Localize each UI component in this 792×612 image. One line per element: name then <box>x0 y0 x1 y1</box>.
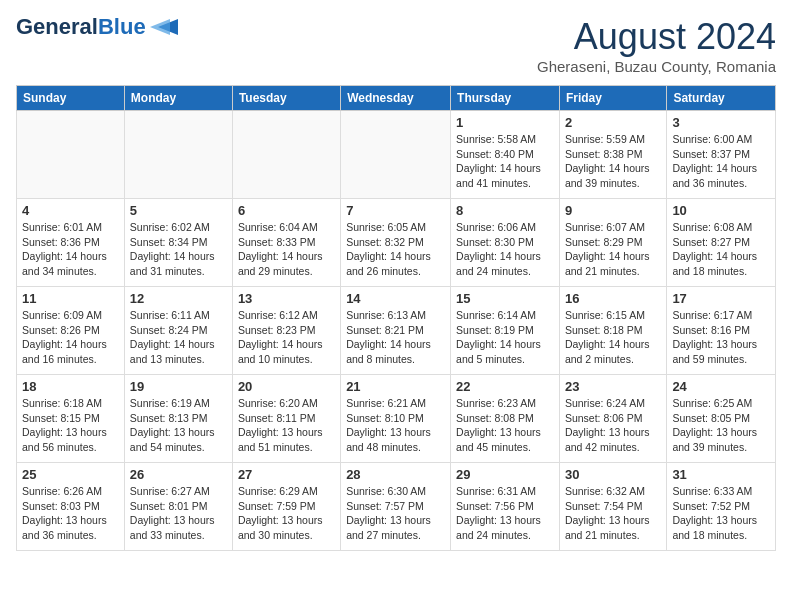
day-number: 5 <box>130 203 227 218</box>
calendar-cell: 22Sunrise: 6:23 AM Sunset: 8:08 PM Dayli… <box>451 375 560 463</box>
day-number: 16 <box>565 291 661 306</box>
day-info: Sunrise: 6:23 AM Sunset: 8:08 PM Dayligh… <box>456 396 554 455</box>
calendar-cell: 28Sunrise: 6:30 AM Sunset: 7:57 PM Dayli… <box>341 463 451 551</box>
calendar-cell: 24Sunrise: 6:25 AM Sunset: 8:05 PM Dayli… <box>667 375 776 463</box>
calendar-cell: 21Sunrise: 6:21 AM Sunset: 8:10 PM Dayli… <box>341 375 451 463</box>
day-number: 27 <box>238 467 335 482</box>
day-info: Sunrise: 6:32 AM Sunset: 7:54 PM Dayligh… <box>565 484 661 543</box>
day-info: Sunrise: 5:58 AM Sunset: 8:40 PM Dayligh… <box>456 132 554 191</box>
calendar-table: Sunday Monday Tuesday Wednesday Thursday… <box>16 85 776 551</box>
day-number: 20 <box>238 379 335 394</box>
day-number: 18 <box>22 379 119 394</box>
calendar-cell: 4Sunrise: 6:01 AM Sunset: 8:36 PM Daylig… <box>17 199 125 287</box>
week-row-1: 1Sunrise: 5:58 AM Sunset: 8:40 PM Daylig… <box>17 111 776 199</box>
day-info: Sunrise: 6:08 AM Sunset: 8:27 PM Dayligh… <box>672 220 770 279</box>
day-number: 12 <box>130 291 227 306</box>
calendar-cell: 3Sunrise: 6:00 AM Sunset: 8:37 PM Daylig… <box>667 111 776 199</box>
logo-text: GeneralBlue <box>16 16 146 38</box>
day-info: Sunrise: 6:17 AM Sunset: 8:16 PM Dayligh… <box>672 308 770 367</box>
day-number: 26 <box>130 467 227 482</box>
day-number: 28 <box>346 467 445 482</box>
day-info: Sunrise: 6:30 AM Sunset: 7:57 PM Dayligh… <box>346 484 445 543</box>
day-number: 8 <box>456 203 554 218</box>
day-number: 7 <box>346 203 445 218</box>
day-number: 2 <box>565 115 661 130</box>
day-info: Sunrise: 6:21 AM Sunset: 8:10 PM Dayligh… <box>346 396 445 455</box>
day-info: Sunrise: 6:02 AM Sunset: 8:34 PM Dayligh… <box>130 220 227 279</box>
calendar-cell: 5Sunrise: 6:02 AM Sunset: 8:34 PM Daylig… <box>124 199 232 287</box>
calendar-cell <box>341 111 451 199</box>
calendar-cell: 31Sunrise: 6:33 AM Sunset: 7:52 PM Dayli… <box>667 463 776 551</box>
day-number: 6 <box>238 203 335 218</box>
day-info: Sunrise: 6:15 AM Sunset: 8:18 PM Dayligh… <box>565 308 661 367</box>
header-friday: Friday <box>559 86 666 111</box>
day-number: 22 <box>456 379 554 394</box>
day-info: Sunrise: 6:24 AM Sunset: 8:06 PM Dayligh… <box>565 396 661 455</box>
day-number: 25 <box>22 467 119 482</box>
calendar-cell: 1Sunrise: 5:58 AM Sunset: 8:40 PM Daylig… <box>451 111 560 199</box>
week-row-2: 4Sunrise: 6:01 AM Sunset: 8:36 PM Daylig… <box>17 199 776 287</box>
day-info: Sunrise: 6:07 AM Sunset: 8:29 PM Dayligh… <box>565 220 661 279</box>
day-info: Sunrise: 6:04 AM Sunset: 8:33 PM Dayligh… <box>238 220 335 279</box>
calendar-cell: 30Sunrise: 6:32 AM Sunset: 7:54 PM Dayli… <box>559 463 666 551</box>
calendar-cell: 26Sunrise: 6:27 AM Sunset: 8:01 PM Dayli… <box>124 463 232 551</box>
day-info: Sunrise: 6:13 AM Sunset: 8:21 PM Dayligh… <box>346 308 445 367</box>
calendar-cell: 2Sunrise: 5:59 AM Sunset: 8:38 PM Daylig… <box>559 111 666 199</box>
header-saturday: Saturday <box>667 86 776 111</box>
day-info: Sunrise: 6:26 AM Sunset: 8:03 PM Dayligh… <box>22 484 119 543</box>
calendar-cell: 7Sunrise: 6:05 AM Sunset: 8:32 PM Daylig… <box>341 199 451 287</box>
day-number: 13 <box>238 291 335 306</box>
header-tuesday: Tuesday <box>232 86 340 111</box>
calendar-cell: 8Sunrise: 6:06 AM Sunset: 8:30 PM Daylig… <box>451 199 560 287</box>
day-info: Sunrise: 6:01 AM Sunset: 8:36 PM Dayligh… <box>22 220 119 279</box>
calendar-cell: 16Sunrise: 6:15 AM Sunset: 8:18 PM Dayli… <box>559 287 666 375</box>
calendar-title: August 2024 <box>537 16 776 58</box>
day-info: Sunrise: 6:12 AM Sunset: 8:23 PM Dayligh… <box>238 308 335 367</box>
day-number: 19 <box>130 379 227 394</box>
svg-marker-1 <box>150 19 170 35</box>
logo: GeneralBlue <box>16 16 182 38</box>
day-info: Sunrise: 6:25 AM Sunset: 8:05 PM Dayligh… <box>672 396 770 455</box>
week-row-3: 11Sunrise: 6:09 AM Sunset: 8:26 PM Dayli… <box>17 287 776 375</box>
header-monday: Monday <box>124 86 232 111</box>
day-info: Sunrise: 6:27 AM Sunset: 8:01 PM Dayligh… <box>130 484 227 543</box>
day-info: Sunrise: 6:18 AM Sunset: 8:15 PM Dayligh… <box>22 396 119 455</box>
day-number: 10 <box>672 203 770 218</box>
calendar-location: Gheraseni, Buzau County, Romania <box>537 58 776 75</box>
day-number: 31 <box>672 467 770 482</box>
day-number: 29 <box>456 467 554 482</box>
day-info: Sunrise: 6:29 AM Sunset: 7:59 PM Dayligh… <box>238 484 335 543</box>
calendar-cell <box>232 111 340 199</box>
calendar-cell: 29Sunrise: 6:31 AM Sunset: 7:56 PM Dayli… <box>451 463 560 551</box>
calendar-cell: 25Sunrise: 6:26 AM Sunset: 8:03 PM Dayli… <box>17 463 125 551</box>
calendar-cell: 9Sunrise: 6:07 AM Sunset: 8:29 PM Daylig… <box>559 199 666 287</box>
day-number: 23 <box>565 379 661 394</box>
calendar-cell <box>124 111 232 199</box>
calendar-cell: 15Sunrise: 6:14 AM Sunset: 8:19 PM Dayli… <box>451 287 560 375</box>
week-row-5: 25Sunrise: 6:26 AM Sunset: 8:03 PM Dayli… <box>17 463 776 551</box>
day-info: Sunrise: 6:14 AM Sunset: 8:19 PM Dayligh… <box>456 308 554 367</box>
day-number: 17 <box>672 291 770 306</box>
header: GeneralBlue August 2024 Gheraseni, Buzau… <box>16 16 776 75</box>
calendar-cell: 6Sunrise: 6:04 AM Sunset: 8:33 PM Daylig… <box>232 199 340 287</box>
header-sunday: Sunday <box>17 86 125 111</box>
day-info: Sunrise: 6:06 AM Sunset: 8:30 PM Dayligh… <box>456 220 554 279</box>
title-area: August 2024 Gheraseni, Buzau County, Rom… <box>537 16 776 75</box>
day-info: Sunrise: 6:09 AM Sunset: 8:26 PM Dayligh… <box>22 308 119 367</box>
calendar-cell: 19Sunrise: 6:19 AM Sunset: 8:13 PM Dayli… <box>124 375 232 463</box>
day-info: Sunrise: 6:31 AM Sunset: 7:56 PM Dayligh… <box>456 484 554 543</box>
week-row-4: 18Sunrise: 6:18 AM Sunset: 8:15 PM Dayli… <box>17 375 776 463</box>
day-info: Sunrise: 6:19 AM Sunset: 8:13 PM Dayligh… <box>130 396 227 455</box>
day-info: Sunrise: 6:11 AM Sunset: 8:24 PM Dayligh… <box>130 308 227 367</box>
calendar-cell: 10Sunrise: 6:08 AM Sunset: 8:27 PM Dayli… <box>667 199 776 287</box>
day-number: 24 <box>672 379 770 394</box>
weekday-header-row: Sunday Monday Tuesday Wednesday Thursday… <box>17 86 776 111</box>
day-number: 14 <box>346 291 445 306</box>
calendar-cell: 13Sunrise: 6:12 AM Sunset: 8:23 PM Dayli… <box>232 287 340 375</box>
day-number: 1 <box>456 115 554 130</box>
day-number: 3 <box>672 115 770 130</box>
calendar-cell: 11Sunrise: 6:09 AM Sunset: 8:26 PM Dayli… <box>17 287 125 375</box>
day-number: 21 <box>346 379 445 394</box>
day-number: 30 <box>565 467 661 482</box>
calendar-cell: 17Sunrise: 6:17 AM Sunset: 8:16 PM Dayli… <box>667 287 776 375</box>
